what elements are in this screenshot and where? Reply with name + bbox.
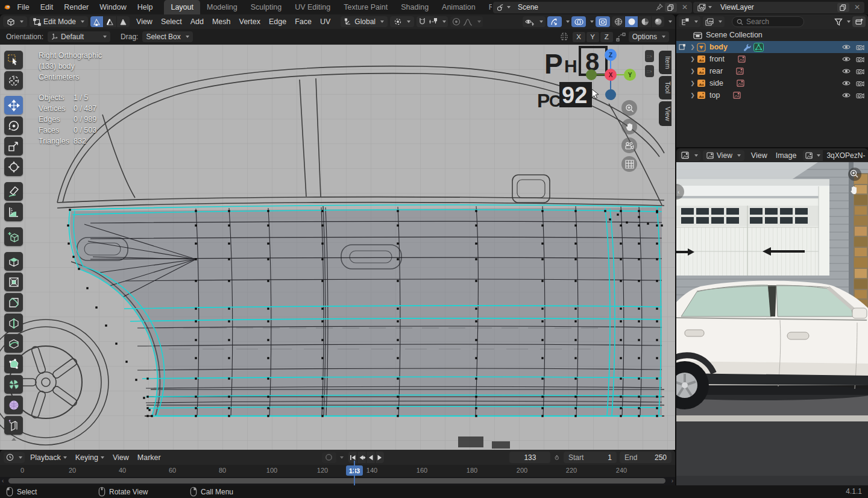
viewport-canvas[interactable]: P H 8 P C 92 [0, 45, 675, 450]
unlink-scene-button[interactable]: ✕ [679, 3, 691, 11]
object-name[interactable]: top [706, 91, 720, 99]
tool-bevel[interactable] [4, 293, 23, 312]
menu-help[interactable]: Help [132, 0, 159, 14]
toolbar-overflow-indicator[interactable] [4, 437, 23, 441]
expand-arrow[interactable]: ❯ [688, 56, 697, 62]
viewport-menu-edge[interactable]: Edge [265, 14, 291, 29]
expand-arrow[interactable]: ❯ [688, 92, 697, 98]
tool-extrude-region[interactable] [4, 252, 23, 271]
wireframe-shading-button[interactable] [612, 16, 624, 27]
tool-add-cube[interactable] [4, 227, 23, 246]
image-editor-type-button[interactable] [679, 150, 700, 161]
outliner-search[interactable] [732, 16, 804, 27]
workspace-tab-shading[interactable]: Shading [394, 0, 435, 14]
image-datablock[interactable]: 3qXOPezN- [803, 150, 868, 161]
object-name[interactable]: rear [706, 67, 723, 75]
workspace-tab-layout[interactable]: Layout [164, 0, 200, 14]
frame-start-field[interactable]: Start1 [564, 452, 617, 463]
timeline-editor-type-button[interactable] [4, 452, 25, 463]
collapsed-panel-handle[interactable]: ::› [645, 65, 654, 77]
snap-target-icon[interactable] [429, 18, 438, 25]
workspace-tab-animation[interactable]: Animation [435, 0, 482, 14]
play-button[interactable] [376, 452, 384, 463]
scene-selector[interactable]: Scene ✕ [493, 2, 692, 13]
workspace-tab-rendering[interactable]: Rendering [482, 0, 492, 14]
render-camera-icon[interactable] [856, 56, 864, 63]
sidebar-tab-item[interactable]: Item [659, 51, 671, 74]
tool-spin[interactable] [4, 375, 23, 394]
snap-magnet-icon[interactable] [418, 17, 426, 26]
tool-smooth[interactable] [4, 396, 23, 414]
overlays-toggle[interactable] [571, 16, 586, 27]
workspace-tab-texture-paint[interactable]: Texture Paint [337, 0, 394, 14]
orientation-dropdown[interactable]: Default [48, 31, 110, 42]
render-camera-icon[interactable] [856, 44, 864, 51]
falloff-curve-icon[interactable] [463, 18, 473, 26]
image-menu-image[interactable]: Image [772, 148, 801, 163]
viewport-menu-select[interactable]: Select [157, 14, 186, 29]
collapsed-panel-handle[interactable]: ::› [645, 50, 654, 62]
visibility-eye-icon[interactable] [842, 80, 851, 86]
tool-move[interactable] [4, 96, 23, 115]
sidebar-tab-tool[interactable]: Tool [659, 76, 671, 99]
mirror-x-toggle[interactable]: X [573, 32, 585, 42]
auto-keying-toggle[interactable] [322, 452, 336, 463]
expand-arrow[interactable]: ❯ [688, 68, 697, 74]
new-collection-button[interactable] [852, 16, 866, 27]
outliner-item-front[interactable]: ❯front [676, 53, 868, 65]
current-frame-field[interactable]: 133 [509, 452, 550, 463]
workspace-tab-uv-editing[interactable]: UV Editing [288, 0, 337, 14]
visibility-eye-icon[interactable] [842, 56, 851, 62]
outliner-item-body[interactable]: ❯body [676, 41, 868, 53]
visibility-eye-icon[interactable] [842, 44, 851, 50]
viewlayer-selector[interactable]: ViewLayer ✕ [693, 2, 864, 13]
mesh-faces[interactable] [70, 207, 662, 416]
outliner-display-mode-button[interactable] [703, 16, 725, 27]
scene-icon[interactable] [494, 2, 512, 13]
tool-poly-build[interactable] [4, 355, 23, 373]
image-editor-canvas[interactable]: ‹ [676, 162, 868, 485]
viewlayer-icon[interactable] [694, 2, 715, 13]
timeline-scroll-thumb[interactable] [8, 478, 665, 484]
material-preview-button[interactable] [638, 16, 651, 27]
tool-tweak-select[interactable] [4, 51, 23, 69]
viewport-menu-view[interactable]: View [132, 14, 157, 29]
image-browse-button[interactable] [803, 150, 823, 161]
mirror-y-toggle[interactable]: Y [587, 32, 599, 42]
prev-keyframe-button[interactable] [357, 452, 366, 463]
gizmo-neg-y-axis[interactable] [586, 69, 597, 80]
new-viewlayer-button[interactable] [837, 3, 849, 12]
outliner-editor-type-button[interactable] [679, 16, 700, 27]
viewlayer-name[interactable]: ViewLayer [717, 3, 835, 11]
new-scene-button[interactable] [665, 3, 677, 12]
timeline-menu-marker[interactable]: Marker [133, 450, 165, 465]
image-menu-view[interactable]: View [747, 148, 772, 163]
mirror-z-toggle[interactable]: Z [600, 32, 613, 42]
search-input[interactable] [746, 17, 794, 26]
gizmo-toggle[interactable] [547, 16, 562, 27]
viewport-menu-uv[interactable]: UV [316, 14, 335, 29]
visibility-eye-icon[interactable] [842, 92, 851, 98]
timeline-menu-view[interactable]: View [108, 450, 133, 465]
tool-transform[interactable] [4, 157, 23, 176]
image-name[interactable]: 3qXOPezN- [823, 150, 868, 161]
transform-orientation-dropdown[interactable]: Global [341, 16, 388, 27]
menu-window[interactable]: Window [94, 0, 131, 14]
tool-edge-slide[interactable] [4, 416, 23, 435]
filter-funnel-icon[interactable] [834, 18, 843, 26]
object-name[interactable]: side [706, 79, 723, 87]
tool-annotate[interactable] [4, 182, 23, 201]
outliner-item-side[interactable]: ❯side [676, 77, 868, 89]
toggle-grid-button[interactable] [621, 156, 637, 172]
mirror-icon[interactable] [559, 32, 570, 42]
tool-cursor[interactable] [4, 71, 23, 90]
expand-arrow[interactable]: ❯ [688, 80, 697, 86]
menu-render[interactable]: Render [58, 0, 94, 14]
workspace-tab-sculpting[interactable]: Sculpting [244, 0, 288, 14]
sidebar-tab-view[interactable]: View [659, 101, 671, 127]
rendered-shading-button[interactable] [652, 16, 664, 27]
object-name[interactable]: body [706, 43, 728, 51]
editor-type-button[interactable] [3, 16, 27, 27]
edge-select-mode-button[interactable] [104, 16, 116, 27]
pin-icon[interactable] [656, 4, 663, 11]
